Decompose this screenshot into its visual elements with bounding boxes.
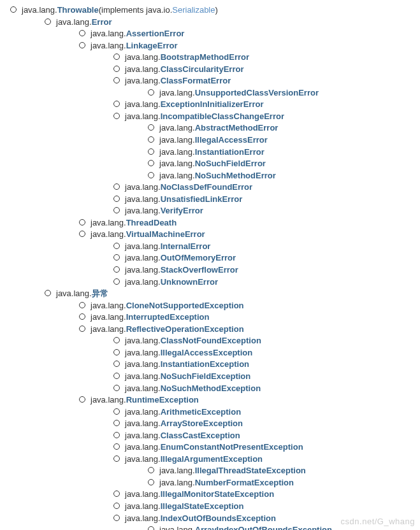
tree-children: java.lang.BootstrapMethodErrorjava.lang.… bbox=[76, 51, 412, 217]
tree-row: java.lang.ExceptionInInitializerError bbox=[111, 99, 412, 110]
class-link[interactable]: BootstrapMethodError bbox=[161, 52, 249, 63]
class-link[interactable]: ClassFormatError bbox=[161, 75, 231, 87]
class-link[interactable]: AbstractMethodError bbox=[195, 122, 279, 134]
bullet-icon bbox=[113, 455, 120, 462]
bullet-icon bbox=[45, 290, 51, 296]
class-link[interactable]: InternalError bbox=[161, 241, 211, 252]
tree-node: java.lang.InternalError bbox=[111, 240, 412, 252]
tree-row: java.lang.OutOfMemoryError bbox=[111, 252, 412, 264]
class-link[interactable]: NumberFormatException bbox=[195, 477, 294, 489]
tree-row: java.lang.NoSuchFieldError bbox=[145, 158, 412, 169]
class-link[interactable]: Throwable bbox=[57, 4, 99, 16]
class-link[interactable]: IllegalThreadStateException bbox=[195, 465, 306, 476]
tree-row: java.lang.ClassCircularityError bbox=[111, 64, 412, 75]
class-link[interactable]: NoClassDefFoundError bbox=[161, 182, 252, 193]
class-link[interactable]: ArrayStoreException bbox=[161, 418, 243, 429]
tree-row: java.lang.NoSuchMethodError bbox=[145, 170, 412, 182]
class-link[interactable]: InstantiationException bbox=[161, 359, 249, 370]
tree-row: java.lang.IllegalAccessError bbox=[145, 134, 412, 146]
tree-node: java.lang.UnsupportedClassVersionError bbox=[145, 87, 412, 99]
tree-row: java.lang.IncompatibleClassChangeError bbox=[111, 111, 412, 122]
class-link[interactable]: NoSuchFieldException bbox=[161, 371, 251, 382]
implements-note: (implements java.io. bbox=[99, 4, 173, 16]
class-link[interactable]: UnknownError bbox=[161, 276, 218, 288]
tree-node: java.lang.IncompatibleClassChangeErrorja… bbox=[111, 110, 412, 181]
class-link[interactable]: ClassCastException bbox=[161, 430, 240, 441]
class-link[interactable]: ClassCircularityError bbox=[161, 64, 244, 75]
class-link[interactable]: OutOfMemoryError bbox=[161, 252, 236, 264]
class-link[interactable]: VirtualMachineError bbox=[126, 229, 205, 240]
class-link[interactable]: NoSuchMethodError bbox=[195, 170, 276, 182]
tree-node: java.lang.OutOfMemoryError bbox=[111, 252, 412, 264]
tree-row: java.lang.CloneNotSupportedException bbox=[76, 300, 412, 312]
class-link[interactable]: VerifyError bbox=[161, 205, 203, 217]
class-link[interactable]: AssertionError bbox=[126, 28, 185, 39]
bullet-icon bbox=[148, 479, 154, 485]
bullet-icon bbox=[113, 385, 120, 391]
tree-row: java.lang.NoClassDefFoundError bbox=[111, 182, 412, 193]
class-link[interactable]: IllegalMonitorStateException bbox=[161, 489, 274, 500]
tree-node: java.lang.RuntimeExceptionjava.lang.Arit… bbox=[76, 394, 412, 530]
bullet-icon bbox=[113, 254, 120, 261]
tree-node: java.lang.NoSuchFieldException bbox=[111, 370, 412, 382]
class-link[interactable]: ExceptionInInitializerError bbox=[161, 99, 264, 110]
bullet-icon bbox=[148, 124, 154, 131]
implements-note-close: ) bbox=[215, 4, 217, 16]
tree-children: java.lang.Errorjava.lang.AssertionErrorj… bbox=[8, 16, 412, 530]
package-prefix: java.lang. bbox=[56, 288, 92, 299]
class-link[interactable]: NoSuchFieldError bbox=[195, 158, 266, 169]
tree-node: java.lang.InterruptedException bbox=[76, 311, 412, 323]
class-link[interactable]: NoSuchMethodException bbox=[161, 383, 261, 394]
package-prefix: java.lang. bbox=[125, 205, 161, 217]
package-prefix: java.lang. bbox=[159, 147, 195, 158]
package-prefix: java.lang. bbox=[125, 276, 161, 288]
class-link[interactable]: IllegalArgumentException bbox=[161, 454, 263, 465]
tree-children: java.lang.AssertionErrorjava.lang.Linkag… bbox=[42, 27, 412, 287]
package-prefix: java.lang. bbox=[125, 99, 161, 110]
class-link[interactable]: ArrayIndexOutOfBoundsException bbox=[195, 524, 332, 530]
class-link[interactable]: CloneNotSupportedException bbox=[126, 300, 244, 312]
class-link[interactable]: InterruptedException bbox=[126, 312, 210, 323]
package-prefix: java.lang. bbox=[125, 513, 161, 524]
package-prefix: java.lang. bbox=[125, 111, 161, 122]
tree-row: java.lang.RuntimeException bbox=[76, 394, 412, 406]
tree-row: java.lang.AssertionError bbox=[76, 28, 412, 39]
package-prefix: java.lang. bbox=[22, 4, 57, 16]
bullet-icon bbox=[113, 503, 120, 509]
class-link[interactable]: UnsupportedClassVersionError bbox=[195, 87, 319, 99]
bullet-icon bbox=[79, 396, 85, 403]
bullet-icon bbox=[148, 148, 154, 155]
class-link[interactable]: IllegalAccessError bbox=[195, 134, 268, 146]
class-link[interactable]: 异常 bbox=[92, 288, 108, 299]
bullet-icon bbox=[45, 18, 51, 25]
tree-node: java.lang.BootstrapMethodError bbox=[111, 51, 412, 63]
class-link[interactable]: InstantiationError bbox=[195, 147, 264, 158]
class-link[interactable]: ThreadDeath bbox=[126, 217, 177, 229]
package-prefix: java.lang. bbox=[91, 217, 126, 229]
class-link[interactable]: RuntimeException bbox=[126, 394, 199, 406]
package-prefix: java.lang. bbox=[125, 194, 161, 205]
class-link[interactable]: StackOverflowError bbox=[161, 264, 238, 276]
tree-children: java.lang.InternalErrorjava.lang.OutOfMe… bbox=[76, 240, 412, 287]
class-link[interactable]: LinkageError bbox=[126, 40, 178, 52]
class-link[interactable]: ReflectiveOperationException bbox=[126, 324, 244, 335]
tree-row: java.lang.NoSuchMethodException bbox=[111, 383, 412, 394]
class-link[interactable]: ClassNotFoundException bbox=[161, 335, 261, 347]
interface-link[interactable]: Serializable bbox=[172, 4, 215, 16]
tree-node: java.lang.CloneNotSupportedException bbox=[76, 299, 412, 312]
class-link[interactable]: IndexOutOfBoundsException bbox=[161, 513, 276, 524]
package-prefix: java.lang. bbox=[159, 465, 195, 476]
tree-node: java.lang.EnumConstantNotPresentExceptio… bbox=[111, 441, 412, 453]
class-link[interactable]: ArithmeticException bbox=[161, 406, 241, 418]
tree-node: java.lang.UnknownError bbox=[111, 276, 412, 288]
bullet-icon bbox=[113, 243, 120, 249]
class-link[interactable]: IllegalStateException bbox=[161, 501, 244, 512]
tree-row: java.lang.LinkageError bbox=[76, 40, 412, 52]
class-link[interactable]: UnsatisfiedLinkError bbox=[161, 194, 243, 205]
bullet-icon bbox=[79, 219, 85, 226]
package-prefix: java.lang. bbox=[125, 418, 161, 429]
class-link[interactable]: Error bbox=[92, 17, 112, 28]
class-link[interactable]: IncompatibleClassChangeError bbox=[161, 111, 284, 122]
class-link[interactable]: IllegalAccessException bbox=[161, 347, 253, 359]
class-link[interactable]: EnumConstantNotPresentException bbox=[161, 441, 303, 453]
